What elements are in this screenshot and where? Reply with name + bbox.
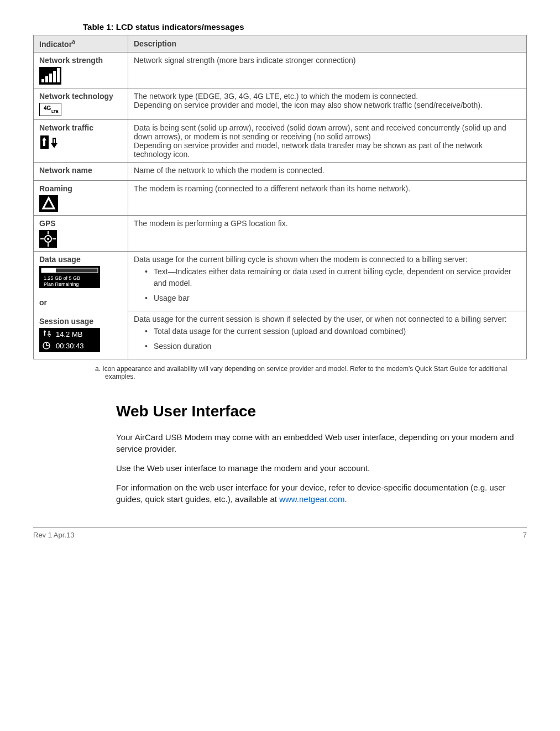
page-footer: Rev 1 Apr.13 7: [33, 527, 527, 539]
body-paragraph: For information on the web user interfac…: [116, 482, 527, 505]
row-desc: Network signal strength (more bars indic…: [128, 52, 527, 88]
svg-rect-27: [41, 268, 56, 273]
svg-text:00:30:43: 00:30:43: [56, 342, 84, 350]
list-item: Session duration: [145, 341, 521, 352]
svg-text:LTE: LTE: [51, 109, 59, 113]
svg-rect-12: [43, 140, 45, 146]
svg-rect-32: [44, 332, 45, 336]
row-desc: Data is being sent (solid up arrow), rec…: [128, 119, 527, 162]
row-desc: The modem is performing a GPS location f…: [128, 215, 527, 251]
table-row: Roaming The modem is roaming (connected …: [34, 180, 527, 215]
desc-intro: Data usage for the current billing cycle…: [134, 255, 521, 264]
svg-text:14.2 MB: 14.2 MB: [56, 330, 82, 338]
list-item: Text—Indicates either data remaining or …: [145, 266, 521, 289]
network-4g-lte-icon: 4GLTE: [39, 103, 122, 116]
svg-rect-3: [49, 74, 52, 82]
section-heading: Web User Interface: [116, 403, 527, 420]
svg-rect-4: [53, 71, 56, 82]
network-traffic-icon: [39, 134, 122, 150]
row-desc: The network type (EDGE, 3G, 4G, 4G LTE, …: [128, 88, 527, 119]
list-item: Usage bar: [145, 293, 521, 304]
svg-rect-1: [41, 79, 44, 82]
row-label: Network strength: [39, 56, 122, 65]
footer-rev: Rev 1 Apr.13: [33, 531, 74, 539]
gps-icon: [39, 230, 122, 248]
signal-bars-icon: [39, 67, 122, 85]
svg-text:1.25 GB of 5 GB: 1.25 GB of 5 GB: [44, 275, 80, 281]
row-label: Network technology: [39, 92, 122, 101]
body-paragraph: Use the Web user interface to manage the…: [116, 462, 527, 474]
table-caption: Table 1: LCD status indicators/messages: [33, 22, 527, 32]
desc-list: Total data usage for the current session…: [134, 326, 521, 352]
or-label: or: [39, 298, 122, 307]
svg-rect-2: [45, 76, 48, 82]
netgear-link[interactable]: www.netgear.com: [279, 494, 344, 504]
header-description: Description: [128, 35, 527, 53]
table-row: Network strength Network signal strength…: [34, 52, 527, 88]
row-label: GPS: [39, 219, 122, 228]
table-row: Network technology 4GLTE The network typ…: [34, 88, 527, 119]
row-label: Session usage: [39, 317, 122, 326]
table-row: Data usage 1.25 GB of 5 GBPlan Remaining…: [34, 251, 527, 359]
row-desc: Name of the network to which the modem i…: [128, 162, 527, 180]
table-footnote: a. Icon appearance and availability will…: [33, 365, 527, 380]
svg-text:Plan Remaining: Plan Remaining: [44, 281, 79, 287]
svg-text:4G: 4G: [44, 105, 51, 111]
header-indicator: Indicatora: [34, 35, 128, 53]
indicators-table: Indicatora Description Network strength …: [33, 35, 527, 359]
roaming-icon: [39, 195, 122, 212]
footer-page-number: 7: [523, 531, 527, 539]
table-row: Network traffic Data is being sent (soli…: [34, 119, 527, 162]
desc-intro: Data usage for the current session is sh…: [134, 315, 521, 323]
row-label: Network name: [39, 166, 122, 175]
table-row: GPS The modem is performing a GPS locati…: [34, 215, 527, 251]
row-label: Roaming: [39, 184, 122, 193]
row-label: Network traffic: [39, 123, 122, 132]
svg-point-20: [47, 238, 49, 240]
row-label: Data usage: [39, 255, 122, 264]
desc-list: Text—Indicates either data remaining or …: [134, 266, 521, 304]
data-usage-icon: 1.25 GB of 5 GBPlan Remaining: [39, 266, 122, 288]
list-item: Total data usage for the current session…: [145, 326, 521, 337]
body-paragraph: Your AirCard USB Modem may come with an …: [116, 431, 527, 455]
row-desc: The modem is roaming (connected to a dif…: [128, 180, 527, 215]
svg-rect-5: [57, 68, 60, 82]
table-row: Network name Name of the network to whic…: [34, 162, 527, 180]
session-usage-icon: 14.2 MB00:30:43: [39, 328, 122, 352]
